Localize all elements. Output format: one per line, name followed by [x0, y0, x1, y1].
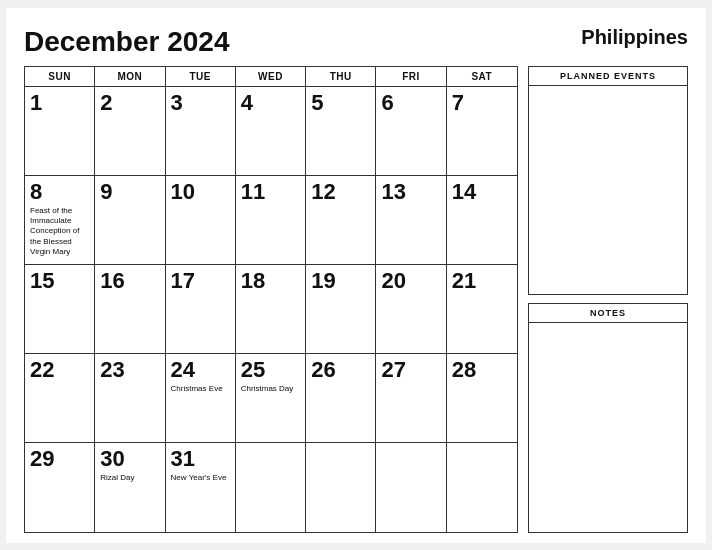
calendar-cell[interactable] [236, 443, 306, 532]
cell-number: 2 [100, 91, 159, 115]
calendar-cell[interactable]: 6 [376, 87, 446, 176]
day-header-tue: TUE [166, 67, 236, 86]
notes-box: NOTES [528, 303, 688, 533]
calendar-cell[interactable]: 15 [25, 265, 95, 354]
cell-number: 21 [452, 269, 512, 293]
cell-number: 9 [100, 180, 159, 204]
calendar-cell[interactable]: 29 [25, 443, 95, 532]
calendar-cell[interactable]: 18 [236, 265, 306, 354]
cell-number: 24 [171, 358, 230, 382]
notes-title: NOTES [529, 304, 687, 323]
cell-number: 30 [100, 447, 159, 471]
day-header-sat: SAT [447, 67, 517, 86]
calendar-cell[interactable]: 10 [166, 176, 236, 265]
calendar-cell[interactable]: 31New Year's Eve [166, 443, 236, 532]
cell-number: 3 [171, 91, 230, 115]
cell-number: 20 [381, 269, 440, 293]
cell-number: 23 [100, 358, 159, 382]
calendar-cell[interactable]: 16 [95, 265, 165, 354]
calendar-cell[interactable]: 24Christmas Eve [166, 354, 236, 443]
cell-event: New Year's Eve [171, 473, 230, 483]
calendar-cell[interactable]: 22 [25, 354, 95, 443]
calendar-cell[interactable]: 26 [306, 354, 376, 443]
main-content: SUNMONTUEWEDTHUFRISAT 12345678Feast of t… [24, 66, 688, 533]
cell-number: 17 [171, 269, 230, 293]
calendar-cell[interactable] [376, 443, 446, 532]
cell-number: 18 [241, 269, 300, 293]
cell-number: 7 [452, 91, 512, 115]
month-title: December 2024 [24, 26, 229, 58]
calendar-page: December 2024 Philippines SUNMONTUEWEDTH… [6, 8, 706, 543]
cell-number: 27 [381, 358, 440, 382]
calendar-cell[interactable]: 12 [306, 176, 376, 265]
cell-number: 8 [30, 180, 89, 204]
calendar-cell[interactable]: 14 [447, 176, 517, 265]
day-header-wed: WED [236, 67, 306, 86]
cell-number: 14 [452, 180, 512, 204]
cell-event: Rizal Day [100, 473, 159, 483]
calendar-cell[interactable]: 5 [306, 87, 376, 176]
calendar-cell[interactable]: 11 [236, 176, 306, 265]
calendar-cell[interactable]: 4 [236, 87, 306, 176]
day-header-fri: FRI [376, 67, 446, 86]
cell-number: 26 [311, 358, 370, 382]
cell-number: 31 [171, 447, 230, 471]
day-headers: SUNMONTUEWEDTHUFRISAT [25, 67, 517, 87]
cell-number: 1 [30, 91, 89, 115]
calendar-cell[interactable]: 3 [166, 87, 236, 176]
sidebar: PLANNED EVENTS NOTES [528, 66, 688, 533]
cell-event: Feast of the Immaculate Conception of th… [30, 206, 89, 258]
calendar-cell[interactable]: 25Christmas Day [236, 354, 306, 443]
cell-number: 13 [381, 180, 440, 204]
day-header-mon: MON [95, 67, 165, 86]
planned-events-content [529, 86, 687, 295]
notes-content [529, 323, 687, 532]
cell-number: 6 [381, 91, 440, 115]
calendar-section: SUNMONTUEWEDTHUFRISAT 12345678Feast of t… [24, 66, 518, 533]
header: December 2024 Philippines [24, 26, 688, 58]
calendar-cell[interactable]: 20 [376, 265, 446, 354]
calendar-cell[interactable]: 23 [95, 354, 165, 443]
calendar-cell[interactable]: 2 [95, 87, 165, 176]
planned-events-title: PLANNED EVENTS [529, 67, 687, 86]
cell-number: 22 [30, 358, 89, 382]
calendar-grid: 12345678Feast of the Immaculate Concepti… [25, 87, 517, 532]
calendar-cell[interactable]: 13 [376, 176, 446, 265]
cell-number: 12 [311, 180, 370, 204]
cell-number: 10 [171, 180, 230, 204]
calendar-cell[interactable]: 27 [376, 354, 446, 443]
cell-number: 16 [100, 269, 159, 293]
cell-number: 5 [311, 91, 370, 115]
calendar-cell[interactable]: 17 [166, 265, 236, 354]
calendar-cell[interactable]: 30Rizal Day [95, 443, 165, 532]
calendar-cell[interactable] [447, 443, 517, 532]
calendar-cell[interactable]: 28 [447, 354, 517, 443]
calendar-cell[interactable]: 19 [306, 265, 376, 354]
cell-number: 25 [241, 358, 300, 382]
calendar-cell[interactable]: 1 [25, 87, 95, 176]
cell-number: 19 [311, 269, 370, 293]
calendar-cell[interactable]: 21 [447, 265, 517, 354]
cell-number: 15 [30, 269, 89, 293]
calendar-cell[interactable]: 8Feast of the Immaculate Conception of t… [25, 176, 95, 265]
planned-events-box: PLANNED EVENTS [528, 66, 688, 296]
calendar-cell[interactable] [306, 443, 376, 532]
cell-event: Christmas Eve [171, 384, 230, 394]
country-title: Philippines [581, 26, 688, 49]
calendar-cell[interactable]: 9 [95, 176, 165, 265]
cell-number: 28 [452, 358, 512, 382]
day-header-sun: SUN [25, 67, 95, 86]
day-header-thu: THU [306, 67, 376, 86]
calendar-cell[interactable]: 7 [447, 87, 517, 176]
cell-number: 11 [241, 180, 300, 204]
cell-number: 4 [241, 91, 300, 115]
cell-event: Christmas Day [241, 384, 300, 394]
cell-number: 29 [30, 447, 89, 471]
